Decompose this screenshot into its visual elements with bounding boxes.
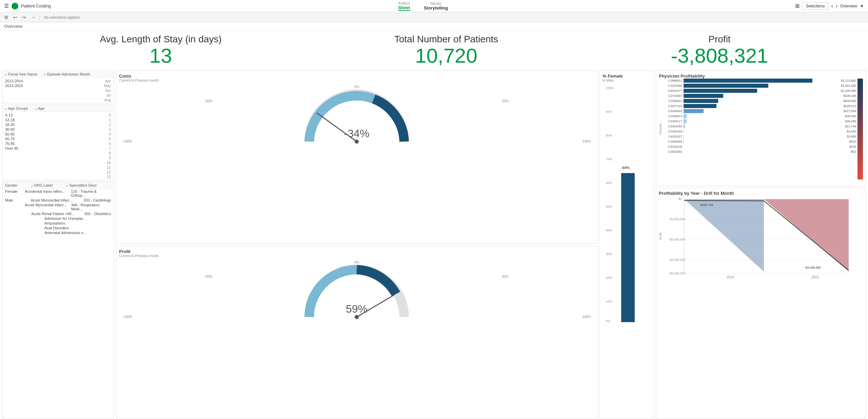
bar-value: $2,113,882 — [841, 79, 856, 82]
age-row[interactable]: 65-755 — [2, 137, 114, 141]
fiscal-row-4[interactable]: Aug — [2, 98, 114, 102]
bar-track — [684, 150, 848, 154]
physician-chart-area: Clinician C2888811 $2,113,882 C3335390 $… — [659, 79, 863, 180]
age-row[interactable]: 75-856 — [2, 141, 114, 146]
svg-text:10%: 10% — [606, 300, 612, 303]
gender-drg-row[interactable]: MaleAcute Myocardial Infarc...320 - Card… — [2, 198, 114, 203]
physician-bar-row: C4025027 $3,885 — [664, 134, 856, 139]
costs-label-midleft: -50% — [204, 99, 212, 103]
female-bar-svg: 100% 90% 80% 70% 60% 50% 40% 30% 20% 10%… — [603, 85, 643, 322]
bar-value: $21,748 — [845, 125, 856, 128]
tab-narrate[interactable]: Narrate Storytelling — [424, 2, 448, 11]
profit-label-midleft: -50% — [204, 275, 212, 278]
age-row[interactable]: Over 857 — [2, 146, 114, 151]
bar-label: C3391934 — [664, 130, 682, 133]
gender-drg-row[interactable]: Anal Disorders — [2, 226, 114, 230]
bar-track — [684, 104, 841, 108]
chevron-down-icon[interactable]: ▼ — [860, 4, 864, 8]
bar-label: C3335390 — [664, 84, 682, 87]
bar-value: $327,834 — [843, 109, 856, 113]
bar-fill — [684, 94, 723, 98]
kpi-los: Avg. Length of Stay (in days) 13 — [100, 34, 222, 67]
physician-bar-row: C3499117 $48,096 — [664, 119, 856, 123]
physician-bar-row: C1466085 $910 — [664, 140, 856, 144]
bar-fill — [684, 109, 704, 113]
arrow-left-icon[interactable]: ‹ — [831, 3, 833, 9]
age-row[interactable]: 9 — [2, 155, 114, 160]
grid-icon[interactable]: ⊞ — [795, 3, 800, 9]
age-row[interactable]: 0-120 — [2, 113, 114, 118]
fiscal-row-1[interactable]: 2014-2015 May — [2, 83, 114, 88]
physician-title: Physician Profitability — [659, 74, 863, 79]
panels-row: ⌕ Fiscal Year Name ⌕ Episode Admission M… — [0, 70, 868, 419]
svg-rect-15 — [621, 173, 635, 322]
costs-chart-subtitle: Current to Previous month — [119, 79, 594, 82]
physician-bar-row: C3335390 $1,391,830 — [664, 84, 856, 88]
bar-track — [684, 145, 847, 149]
profit-gauge-panel: Profit Current to Previous month 59% — [116, 246, 597, 419]
bar-label: C4025027 — [664, 135, 682, 138]
svg-text:Profit: Profit — [659, 232, 662, 240]
physician-bar-row: C3494693 $327,834 — [664, 109, 856, 113]
narrate-title: Storytelling — [424, 5, 448, 11]
bar-label: C2888811 — [664, 79, 682, 82]
toolbar: ⚙ ↩ ↪ → No selections applied — [0, 12, 868, 22]
physician-panel: Physician Profitability Clinician C28888… — [656, 70, 866, 186]
gender-drg-row[interactable]: Antenatal Admissions n... — [2, 230, 114, 235]
tab-analyze[interactable]: Analyze Sheet — [398, 1, 410, 11]
gender-drg-row[interactable]: Amputations — [2, 221, 114, 226]
age-row[interactable]: 30-503 — [2, 127, 114, 132]
age-row[interactable]: 11 — [2, 165, 114, 170]
bar-label: C4002477 — [664, 89, 682, 92]
gender-drg-row[interactable]: Acute Myocardial Infarc...340 - Respirat… — [2, 203, 114, 211]
svg-text:50%: 50% — [606, 205, 612, 208]
physician-bar-row: C2888811 $2,113,882 — [664, 79, 856, 83]
undo-icon[interactable]: ↩ — [12, 14, 19, 21]
specialties-col-title: ⌕ Specialties Desc — [66, 183, 97, 187]
gender-drg-row[interactable]: FemaleAccidental Injury witho...110 - Tr… — [2, 189, 114, 198]
separator — [39, 15, 39, 20]
bar-fill — [684, 89, 757, 93]
age-row[interactable]: 10 — [2, 160, 114, 165]
kpi-patients-title: Total Number of Patients — [394, 34, 498, 45]
age-header: ⌕ Age Groups ⌕ Age — [2, 105, 114, 112]
gender-col-title: Gender — [5, 183, 18, 187]
fiscal-row-0[interactable]: 2013-2014 Apr — [2, 79, 114, 83]
no-selections-text: No selections applied — [44, 15, 80, 19]
age-row[interactable]: 12-181 — [2, 118, 114, 122]
kpi-profit-value: -3,808,321 — [671, 45, 768, 67]
age-row[interactable]: 13 — [2, 174, 114, 179]
forward-icon[interactable]: → — [29, 14, 37, 21]
settings-icon[interactable]: ⚙ — [3, 14, 10, 21]
arrow-right-icon[interactable]: › — [836, 3, 837, 9]
fiscal-year-col-title: ⌕ Fiscal Year Name — [5, 72, 37, 76]
bar-label: C1466085 — [664, 140, 682, 143]
svg-point-1 — [355, 140, 359, 144]
gender-drg-section: Gender ⌕ DRG Label ⌕ Specialties Desc Fe… — [2, 182, 114, 419]
fiscal-row-2[interactable]: Jun — [2, 88, 114, 93]
physician-bar-row: C3391934 $4,642 — [664, 129, 856, 133]
profit-gauge: 59% -100% 100% 0% -50% 50% — [119, 258, 594, 326]
gender-drg-row[interactable]: Acute Renal Failure >69...501 - Obstetri… — [2, 211, 114, 216]
svg-text:-$4,000,000: -$4,000,000 — [669, 272, 685, 275]
overview-title: Overview — [4, 24, 22, 29]
redo-icon[interactable]: ↪ — [21, 14, 27, 21]
overview-bar: Overview — [0, 22, 868, 30]
hamburger-icon[interactable]: ☰ — [4, 3, 9, 9]
bar-fill — [684, 129, 684, 133]
svg-text:30%: 30% — [606, 252, 612, 256]
age-row[interactable]: 50-654 — [2, 132, 114, 137]
age-col-title: ⌕ Age — [35, 106, 45, 110]
costs-gauge-value: -34% — [344, 127, 370, 140]
nav-right: ⊞ Selections ‹ › Overview ▼ — [795, 2, 864, 10]
age-row[interactable]: 8 — [2, 151, 114, 155]
bar-label: C4016148 — [664, 145, 682, 148]
selections-button[interactable]: Selections — [802, 2, 828, 10]
gender-drg-row[interactable]: Admission for Unexplai... — [2, 216, 114, 221]
profit-label-left: -100% — [122, 315, 132, 319]
age-row[interactable]: 18-302 — [2, 122, 114, 127]
fiscal-row-3[interactable]: Jul — [2, 93, 114, 98]
age-row[interactable]: 12 — [2, 170, 114, 174]
svg-text:-$1,000,000: -$1,000,000 — [669, 217, 685, 221]
svg-text:60%: 60% — [606, 181, 612, 185]
